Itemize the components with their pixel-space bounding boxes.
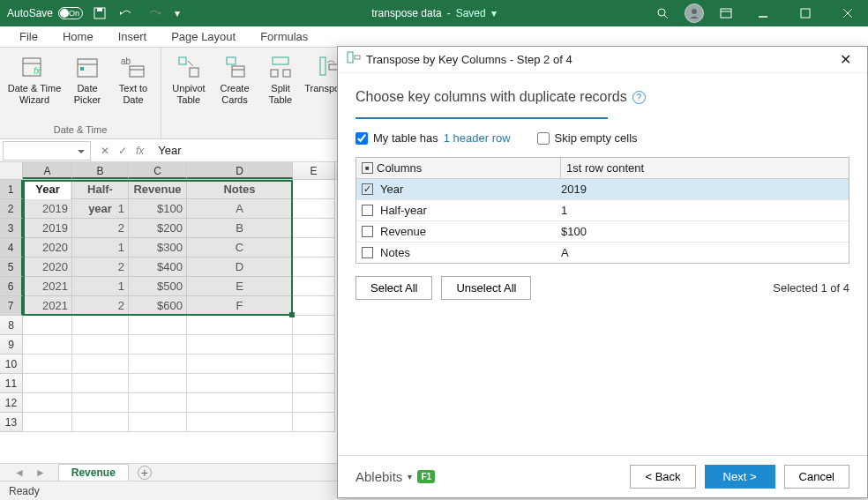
next-button[interactable]: Next > [705, 465, 775, 489]
cell[interactable] [129, 335, 187, 354]
unselect-all-button[interactable]: Unselect All [441, 276, 531, 300]
sheet-nav-prev[interactable]: ◄ [9, 466, 30, 479]
cell[interactable] [293, 316, 335, 335]
cell[interactable] [293, 354, 335, 374]
fx-icon[interactable]: fx [136, 145, 144, 157]
row-header[interactable]: 3 [0, 219, 23, 238]
maximize-button[interactable] [785, 0, 826, 26]
cell[interactable] [72, 413, 129, 432]
cell[interactable]: $400 [129, 257, 187, 277]
cell[interactable]: 1 [72, 199, 129, 219]
cell[interactable]: D [187, 257, 293, 277]
row-header[interactable]: 13 [0, 413, 23, 432]
select-all-button[interactable]: Select All [355, 276, 432, 300]
cell[interactable]: $100 [129, 199, 187, 219]
save-icon[interactable] [94, 7, 106, 19]
cell[interactable]: F [187, 296, 293, 316]
col-header-c[interactable]: C [129, 162, 187, 179]
cell[interactable]: $500 [129, 277, 187, 296]
cell[interactable]: $200 [129, 219, 187, 238]
undo-icon[interactable] [118, 8, 134, 19]
select-all-checkbox[interactable] [362, 162, 373, 174]
cell[interactable]: 1 [72, 238, 129, 257]
tab-page-layout[interactable]: Page Layout [161, 27, 246, 46]
row-header[interactable]: 5 [0, 257, 23, 277]
row-header[interactable]: 9 [0, 335, 23, 354]
cell[interactable] [187, 374, 293, 393]
cell[interactable] [129, 393, 187, 413]
column-row[interactable]: Half-year1 [356, 200, 849, 221]
text-to-date-button[interactable]: abText to Date [111, 51, 155, 106]
col-header-b[interactable]: B [72, 162, 129, 179]
split-table-button[interactable]: Split Table [258, 51, 303, 106]
name-box[interactable] [3, 141, 91, 160]
cancel-button[interactable]: Cancel [784, 465, 849, 489]
cell[interactable] [293, 219, 335, 238]
row-header[interactable]: 11 [0, 374, 23, 393]
row-checkbox[interactable] [362, 183, 373, 195]
cell[interactable] [23, 374, 72, 393]
header-row-checkbox[interactable]: My table has 1 header row [355, 131, 511, 145]
cell[interactable]: B [187, 219, 293, 238]
row-header[interactable]: 8 [0, 316, 23, 335]
cell[interactable]: 2021 [23, 296, 72, 316]
cell[interactable]: Year [23, 180, 72, 199]
cell[interactable]: A [187, 199, 293, 219]
row-header[interactable]: 7 [0, 296, 23, 316]
close-button[interactable] [827, 0, 868, 26]
close-icon[interactable]: ✕ [833, 48, 858, 71]
row-header[interactable]: 1 [0, 180, 23, 199]
account-button[interactable] [679, 0, 709, 26]
cell[interactable] [23, 316, 72, 335]
cell[interactable] [187, 413, 293, 432]
row-checkbox[interactable] [362, 226, 373, 237]
column-row[interactable]: Revenue$100 [356, 221, 849, 243]
cell[interactable]: $300 [129, 238, 187, 257]
cell[interactable]: 2 [72, 296, 129, 316]
create-cards-button[interactable]: Create Cards [213, 51, 257, 106]
minimize-button[interactable] [743, 0, 783, 26]
cell[interactable] [23, 335, 72, 354]
cell[interactable] [129, 354, 187, 374]
cell[interactable]: 2 [72, 219, 129, 238]
cell[interactable] [293, 335, 335, 354]
select-all-corner[interactable] [0, 162, 23, 179]
column-row[interactable]: NotesA [356, 243, 849, 263]
column-row[interactable]: Year2019 [356, 179, 849, 200]
chevron-down-icon[interactable]: ▾ [408, 472, 412, 481]
cell[interactable] [72, 335, 129, 354]
date-picker-button[interactable]: Date Picker [65, 51, 109, 106]
cell[interactable] [23, 393, 72, 413]
qat-dropdown-icon[interactable]: ▾ [175, 7, 180, 19]
enter-icon[interactable]: ✓ [118, 145, 127, 157]
cell[interactable]: 2021 [23, 277, 72, 296]
cell[interactable]: 1 [72, 277, 129, 296]
cell[interactable] [72, 374, 129, 393]
cell[interactable] [293, 296, 335, 316]
row-checkbox[interactable] [362, 205, 373, 216]
cell[interactable] [293, 199, 335, 219]
cell[interactable] [72, 393, 129, 413]
row-header[interactable]: 6 [0, 277, 23, 296]
cell[interactable] [293, 257, 335, 277]
cell[interactable]: C [187, 238, 293, 257]
cell[interactable]: Half-year [72, 180, 129, 199]
cell[interactable] [23, 413, 72, 432]
grid-header-columns[interactable]: Columns [356, 158, 561, 178]
cell[interactable] [187, 316, 293, 335]
cell[interactable]: $600 [129, 296, 187, 316]
cell[interactable] [187, 354, 293, 374]
f1-help-icon[interactable]: F1 [417, 470, 435, 483]
cell[interactable]: 2019 [23, 199, 72, 219]
sheet-nav-next[interactable]: ► [30, 466, 51, 479]
unpivot-table-button[interactable]: Unpivot Table [167, 51, 211, 106]
new-sheet-button[interactable]: + [138, 466, 152, 480]
search-button[interactable] [647, 0, 677, 26]
row-header[interactable]: 4 [0, 238, 23, 257]
row-checkbox[interactable] [362, 247, 373, 258]
back-button[interactable]: < Back [630, 465, 695, 489]
col-header-d[interactable]: D [187, 162, 293, 179]
cancel-icon[interactable]: ✕ [101, 145, 109, 157]
cell[interactable] [187, 335, 293, 354]
cell[interactable]: 2020 [23, 238, 72, 257]
